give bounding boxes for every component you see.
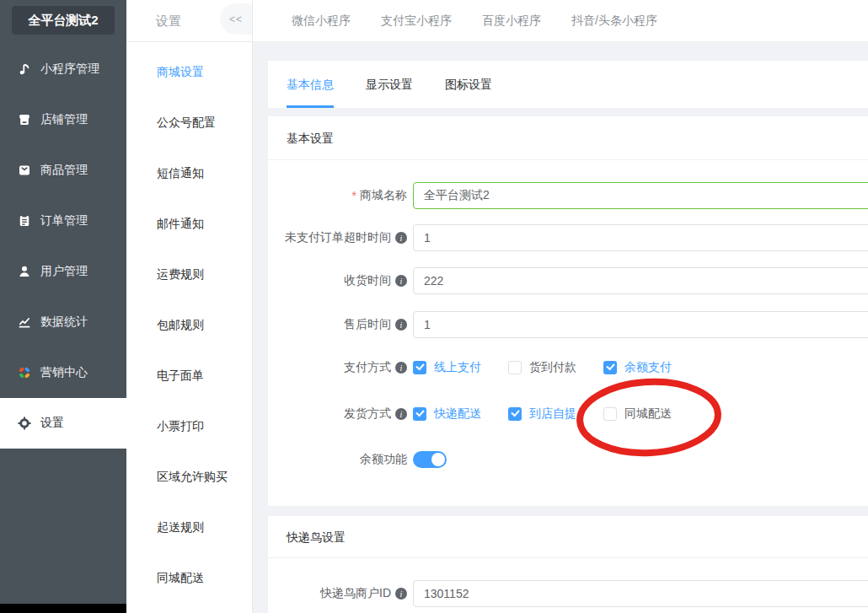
mall-name-label-wrap: 商城名称	[268, 188, 407, 203]
pay-method-row: 支付方式 i 线上支付 货到付款 余额支付	[268, 354, 868, 381]
required-asterisk	[352, 189, 356, 202]
miniprogram-icon	[18, 62, 31, 76]
submenu-item-mall-settings[interactable]: 商城设置	[126, 46, 252, 97]
checkbox-cod-pay[interactable]: 货到付款	[508, 360, 576, 375]
submenu-item-email-notify[interactable]: 邮件通知	[126, 198, 252, 249]
info-icon[interactable]: i	[395, 232, 407, 244]
marketing-pinwheel-icon	[18, 366, 31, 379]
delivery-method-label: 发货方式	[344, 406, 391, 422]
settings-submenu-sidebar: 设置 << 商城设置 公众号配置 短信通知 邮件通知 运费规则 包邮规则 电子面…	[126, 0, 253, 613]
submenu-item-e-waybill[interactable]: 电子面单	[126, 350, 252, 401]
tab-baidu-miniprogram[interactable]: 百度小程序	[482, 13, 541, 29]
collapse-sidebar-button[interactable]: <<	[220, 3, 252, 35]
sidebar-item-label: 数据统计	[40, 315, 88, 330]
sidebar-item-marketing[interactable]: 营销中心	[0, 347, 126, 398]
sidebar-item-label: 订单管理	[40, 213, 88, 229]
main-sidebar: 全平台测试2 小程序管理 店铺管理 商品管理 订单管理	[0, 0, 126, 604]
main-menu: 小程序管理 店铺管理 商品管理 订单管理 用户管理	[0, 44, 126, 449]
checkbox-unchecked-icon	[603, 407, 617, 421]
unpaid-timeout-label-wrap: 未支付订单超时时间 i	[268, 230, 407, 245]
sidebar-item-label: 用户管理	[40, 264, 88, 279]
info-icon[interactable]: i	[395, 319, 407, 331]
balance-feature-toggle-on[interactable]	[413, 451, 447, 468]
mall-name-input[interactable]	[413, 182, 868, 209]
kdniao-merchant-id-label-wrap: 快递鸟商户ID i	[268, 586, 407, 601]
checkbox-store-pickup[interactable]: 到店自提	[508, 406, 576, 422]
tab-basic-info[interactable]: 基本信息	[287, 61, 334, 108]
receive-time-label: 收货时间	[344, 273, 391, 288]
submenu-list: 商城设置 公众号配置 短信通知 邮件通知 运费规则 包邮规则 电子面单 小票打印…	[126, 46, 252, 603]
basic-settings-card: 基本设置 商城名称 未支付订单超时时间 i 收货时间 i 售后时间 i	[268, 116, 868, 506]
mall-name-label: 商城名称	[360, 188, 407, 203]
kdniao-merchant-id-row: 快递鸟商户ID i	[268, 580, 868, 607]
submenu-item-official-account-config[interactable]: 公众号配置	[126, 97, 252, 148]
aftersale-time-row: 售后时间 i	[268, 311, 868, 338]
checkbox-express-delivery[interactable]: 快递配送	[413, 406, 481, 422]
aftersale-time-label: 售后时间	[344, 317, 391, 332]
section-title-kdniao: 快递鸟设置	[268, 516, 868, 558]
chart-icon	[18, 315, 31, 329]
submenu-item-receipt-print[interactable]: 小票打印	[126, 401, 252, 451]
submenu-item-city-delivery[interactable]: 同城配送	[126, 552, 252, 603]
gear-icon	[18, 417, 31, 430]
checkbox-checked-icon	[413, 407, 426, 421]
info-icon[interactable]: i	[395, 408, 407, 420]
submenu-item-region-purchase[interactable]: 区域允许购买	[126, 451, 252, 502]
aftersale-time-label-wrap: 售后时间 i	[268, 317, 407, 332]
info-icon[interactable]: i	[395, 362, 407, 374]
sidebar-item-shop[interactable]: 店铺管理	[0, 94, 126, 145]
tab-icon-settings[interactable]: 图标设置	[445, 61, 492, 108]
checkbox-city-delivery[interactable]: 同城配送	[603, 406, 672, 422]
pay-method-label-wrap: 支付方式 i	[268, 360, 407, 375]
tab-display-settings[interactable]: 显示设置	[366, 61, 413, 108]
sidebar-item-users[interactable]: 用户管理	[0, 246, 126, 297]
sidebar-item-miniprogram[interactable]: 小程序管理	[0, 44, 126, 94]
sidebar-item-label: 设置	[40, 416, 64, 431]
order-icon	[18, 214, 31, 228]
sidebar-item-statistics[interactable]: 数据统计	[0, 297, 126, 347]
checkbox-unchecked-icon	[508, 361, 522, 374]
checkbox-checked-icon	[413, 361, 426, 374]
checkbox-checked-icon	[508, 407, 522, 421]
sidebar-item-goods[interactable]: 商品管理	[0, 145, 126, 196]
mall-name-row: 商城名称	[268, 182, 868, 209]
receive-time-input[interactable]	[413, 267, 868, 294]
sidebar-item-orders[interactable]: 订单管理	[0, 196, 126, 246]
kdniao-merchant-id-input[interactable]	[413, 580, 868, 607]
kdniao-settings-card: 快递鸟设置 快递鸟商户ID i	[268, 516, 868, 613]
aftersale-time-input[interactable]	[413, 311, 868, 338]
delivery-method-row: 发货方式 i 快递配送 到店自提 同城配送	[268, 401, 868, 427]
app-logo: 全平台测试2	[12, 6, 115, 35]
sidebar-item-label: 商品管理	[40, 163, 88, 178]
goods-icon	[18, 164, 31, 177]
receive-time-row: 收货时间 i	[268, 267, 868, 294]
user-icon	[18, 265, 31, 278]
submenu-item-free-shipping-rules[interactable]: 包邮规则	[126, 299, 252, 350]
unpaid-timeout-row: 未支付订单超时时间 i	[268, 224, 868, 251]
tab-alipay-miniprogram[interactable]: 支付宝小程序	[381, 13, 452, 29]
submenu-item-min-order-rules[interactable]: 起送规则	[126, 502, 252, 552]
balance-feature-label: 余额功能	[360, 452, 407, 467]
info-icon[interactable]: i	[395, 275, 407, 287]
submenu-header: 设置 <<	[126, 0, 252, 42]
content-tabs-card: 基本信息 显示设置 图标设置	[268, 61, 868, 108]
shop-icon	[18, 113, 31, 126]
balance-feature-label-wrap: 余额功能	[268, 452, 407, 467]
checkbox-checked-icon	[603, 361, 617, 374]
submenu-item-sms-notify[interactable]: 短信通知	[126, 148, 252, 198]
sidebar-item-label: 小程序管理	[40, 62, 99, 77]
tab-douyin-toutiao-miniprogram[interactable]: 抖音/头条小程序	[571, 13, 657, 29]
unpaid-timeout-input[interactable]	[413, 224, 868, 251]
submenu-item-shipping-fee-rules[interactable]: 运费规则	[126, 249, 252, 299]
sidebar-item-settings[interactable]: 设置	[0, 398, 126, 449]
section-title-basic: 基本设置	[268, 116, 868, 160]
tab-wechat-miniprogram[interactable]: 微信小程序	[292, 13, 351, 29]
sidebar-bottom-strip	[0, 604, 126, 613]
balance-feature-row: 余额功能	[268, 446, 868, 473]
sidebar-item-label: 店铺管理	[40, 112, 88, 127]
checkbox-online-pay[interactable]: 线上支付	[413, 360, 481, 375]
info-icon[interactable]: i	[395, 588, 407, 600]
unpaid-timeout-label: 未支付订单超时时间	[285, 230, 391, 245]
pay-method-label: 支付方式	[344, 360, 391, 375]
checkbox-balance-pay[interactable]: 余额支付	[603, 360, 672, 375]
